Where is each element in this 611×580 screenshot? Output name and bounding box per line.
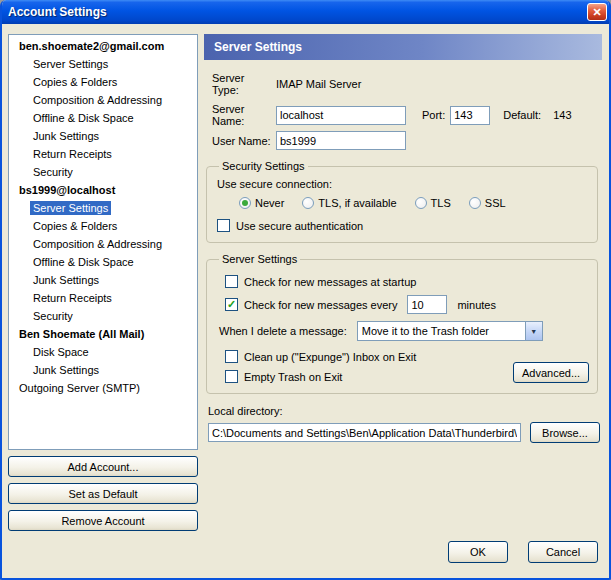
tree-item-copies-folders[interactable]: Copies & Folders xyxy=(9,74,197,92)
tree-item-security[interactable]: Security xyxy=(9,308,197,326)
tree-item-label: Offline & Disk Space xyxy=(30,255,137,269)
dialog-buttons: OK Cancel xyxy=(448,541,598,563)
tree-item-label: ben.shoemate2@gmail.com xyxy=(16,39,167,53)
check-startup-label: Check for new messages at startup xyxy=(244,276,416,288)
browse-button[interactable]: Browse... xyxy=(530,422,600,443)
tree-item-composition[interactable]: Composition & Addressing xyxy=(9,92,197,110)
close-button[interactable]: ✕ xyxy=(587,3,607,21)
tree-item-account-gmail[interactable]: ben.shoemate2@gmail.com xyxy=(9,38,197,56)
add-account-button[interactable]: Add Account... xyxy=(8,456,198,477)
tree-item-label: Copies & Folders xyxy=(30,219,120,233)
port-default-label: Default: xyxy=(503,109,541,121)
check-interval-checkbox[interactable]: ✓ xyxy=(225,298,238,311)
check-icon: ✓ xyxy=(227,299,236,310)
tree-item-label: Junk Settings xyxy=(30,129,102,143)
empty-trash-label: Empty Trash on Exit xyxy=(244,371,342,383)
tree-item-junk[interactable]: Junk Settings xyxy=(9,128,197,146)
tree-item-offline[interactable]: Offline & Disk Space xyxy=(9,110,197,128)
radio-ssl-label: SSL xyxy=(485,197,506,209)
close-icon: ✕ xyxy=(592,6,601,19)
minutes-label: minutes xyxy=(457,299,496,311)
user-name-label: User Name: xyxy=(212,135,274,147)
chevron-down-icon: ▼ xyxy=(530,328,537,335)
radio-tls-if-available-label: TLS, if available xyxy=(318,197,396,209)
tree-item-server-settings-selected[interactable]: Server Settings xyxy=(9,200,197,218)
user-name-input[interactable] xyxy=(276,131,406,150)
server-settings-legend: Server Settings xyxy=(219,253,300,265)
server-type-label: Server Type: xyxy=(212,72,274,96)
tree-item-composition[interactable]: Composition & Addressing xyxy=(9,236,197,254)
port-label: Port: xyxy=(422,109,445,121)
titlebar[interactable]: Account Settings ✕ xyxy=(0,0,611,24)
security-settings-group: Security Settings Use secure connection:… xyxy=(206,160,598,243)
tree-item-account-local-folders[interactable]: Ben Shoemate (All Mail) xyxy=(9,326,197,344)
panel-header: Server Settings xyxy=(204,34,602,60)
use-secure-connection-label: Use secure connection: xyxy=(217,178,332,190)
radio-option-tls[interactable]: TLS xyxy=(415,197,451,209)
tree-item-account-localhost[interactable]: bs1999@localhost xyxy=(9,182,197,200)
check-interval-label: Check for new messages every xyxy=(244,299,397,311)
tree-item-label: Server Settings xyxy=(30,201,111,215)
radio-never-icon[interactable] xyxy=(239,197,251,209)
panel-title: Server Settings xyxy=(214,40,302,54)
tree-item-label: Ben Shoemate (All Mail) xyxy=(16,327,147,341)
security-settings-legend: Security Settings xyxy=(219,160,308,172)
tree-item-outgoing-server[interactable]: Outgoing Server (SMTP) xyxy=(9,380,197,398)
tree-item-return-receipts[interactable]: Return Receipts xyxy=(9,290,197,308)
ok-button[interactable]: OK xyxy=(448,541,508,563)
delete-message-selected-value: Move it to the Trash folder xyxy=(358,325,525,337)
tree-item-label: bs1999@localhost xyxy=(16,183,118,197)
remove-account-button[interactable]: Remove Account xyxy=(8,510,198,531)
tree-item-label: Composition & Addressing xyxy=(30,237,165,251)
tree-item-junk[interactable]: Junk Settings xyxy=(9,362,197,380)
radio-tls-if-available-icon[interactable] xyxy=(302,197,314,209)
server-name-label: Server Name: xyxy=(212,103,274,127)
server-name-input[interactable] xyxy=(276,106,406,125)
account-settings-window: Account Settings ✕ ben.shoemate2@gmail.c… xyxy=(0,0,611,580)
radio-tls-icon[interactable] xyxy=(415,197,427,209)
tree-item-server-settings[interactable]: Server Settings xyxy=(9,56,197,74)
radio-option-ssl[interactable]: SSL xyxy=(469,197,506,209)
tree-item-label: Offline & Disk Space xyxy=(30,111,137,125)
tree-item-security[interactable]: Security xyxy=(9,164,197,182)
tree-item-return-receipts[interactable]: Return Receipts xyxy=(9,146,197,164)
tree-item-copies-folders[interactable]: Copies & Folders xyxy=(9,218,197,236)
secure-auth-label: Use secure authentication xyxy=(236,220,363,232)
window-title: Account Settings xyxy=(8,5,587,19)
server-settings-panel: Server Settings Server Type: IMAP Mail S… xyxy=(204,34,602,443)
tree-item-disk-space[interactable]: Disk Space xyxy=(9,344,197,362)
tree-item-label: Disk Space xyxy=(30,345,92,359)
tree-item-label: Return Receipts xyxy=(30,291,115,305)
check-startup-checkbox[interactable]: ✓ xyxy=(225,275,238,288)
tree-item-label: Outgoing Server (SMTP) xyxy=(16,381,143,395)
cancel-button[interactable]: Cancel xyxy=(528,541,598,563)
radio-tls-label: TLS xyxy=(431,197,451,209)
tree-item-label: Server Settings xyxy=(30,57,111,71)
tree-item-label: Composition & Addressing xyxy=(30,93,165,107)
delete-message-select[interactable]: Move it to the Trash folder ▼ xyxy=(357,321,543,341)
advanced-button[interactable]: Advanced... xyxy=(513,362,589,383)
tree-item-offline[interactable]: Offline & Disk Space xyxy=(9,254,197,272)
empty-trash-checkbox[interactable]: ✓ xyxy=(225,370,238,383)
check-interval-input[interactable] xyxy=(407,295,447,314)
radio-option-never[interactable]: Never xyxy=(239,197,284,209)
on-delete-label: When I delete a message: xyxy=(219,325,347,337)
secure-auth-checkbox[interactable]: ✓ xyxy=(217,219,230,232)
radio-ssl-icon[interactable] xyxy=(469,197,481,209)
tree-item-label: Security xyxy=(30,165,76,179)
radio-never-label: Never xyxy=(255,197,284,209)
set-as-default-button[interactable]: Set as Default xyxy=(8,483,198,504)
tree-item-label: Return Receipts xyxy=(30,147,115,161)
local-directory-input[interactable] xyxy=(208,423,521,442)
port-input[interactable] xyxy=(450,106,490,125)
server-type-value: IMAP Mail Server xyxy=(276,78,361,90)
local-directory-label: Local directory: xyxy=(208,405,283,417)
port-default-value: 143 xyxy=(553,109,571,121)
expunge-checkbox[interactable]: ✓ xyxy=(225,350,238,363)
tree-item-label: Junk Settings xyxy=(30,273,102,287)
tree-item-junk[interactable]: Junk Settings xyxy=(9,272,197,290)
tree-item-label: Security xyxy=(30,309,76,323)
dropdown-arrow-icon[interactable]: ▼ xyxy=(525,322,542,340)
radio-option-tls-if-available[interactable]: TLS, if available xyxy=(302,197,396,209)
tree-item-label: Junk Settings xyxy=(30,363,102,377)
